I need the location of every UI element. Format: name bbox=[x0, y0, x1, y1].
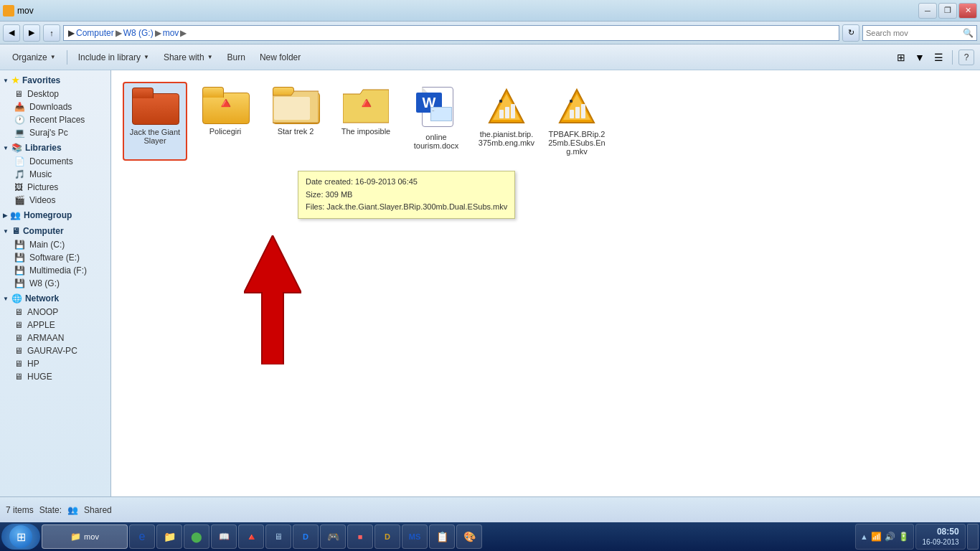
sidebar-item-gaurav[interactable]: 🖥 GAURAV-PC bbox=[0, 344, 110, 357]
details-view-button[interactable]: ☰ bbox=[930, 50, 946, 65]
large-icons-button[interactable]: ⊞ bbox=[893, 50, 909, 65]
sidebar-item-suraj[interactable]: 💻 Suraj's Pc bbox=[0, 126, 110, 139]
file-item-policegiri[interactable]: 🔺 Policegiri bbox=[193, 82, 258, 161]
view-arrow-button[interactable]: ▼ bbox=[912, 50, 928, 65]
up-button[interactable]: ↑ bbox=[43, 24, 60, 42]
libraries-header[interactable]: ▼ 📚 Libraries bbox=[0, 141, 110, 155]
refresh-button[interactable]: ↻ bbox=[842, 24, 859, 42]
back-button[interactable]: ◀ bbox=[3, 24, 20, 42]
paint-icon: 🎨 bbox=[463, 531, 476, 542]
pictures-label: Pictures bbox=[27, 182, 58, 192]
drive-f-label: Multimedia (F:) bbox=[29, 265, 87, 276]
ie-icon: e bbox=[139, 530, 146, 543]
taskbar-explorer[interactable]: 📁 mov bbox=[42, 524, 128, 549]
suraj-icon: 💻 bbox=[14, 128, 25, 138]
taskbar-calibre[interactable]: 📖 bbox=[211, 524, 237, 549]
burn-button[interactable]: Burn bbox=[221, 47, 252, 67]
sidebar-item-downloads[interactable]: 📥 Downloads bbox=[0, 100, 110, 113]
path-sep-1: ▶ bbox=[116, 28, 122, 38]
taskbar-app2[interactable]: ■ bbox=[347, 524, 373, 549]
close-button[interactable]: ✕ bbox=[958, 3, 977, 19]
restore-button[interactable]: ❐ bbox=[938, 3, 957, 19]
taskbar-app1[interactable]: 🎮 bbox=[320, 524, 346, 549]
network-section: ▼ 🌐 Network 🖥 ANOOP 🖥 APPLE 🖥 ARMAAN 🖥 G… bbox=[0, 291, 110, 383]
toolbar-separator-1 bbox=[67, 50, 67, 65]
sidebar-item-music[interactable]: 🎵 Music bbox=[0, 168, 110, 181]
path-folder[interactable]: mov bbox=[163, 28, 179, 38]
network-header[interactable]: ▼ 🌐 Network bbox=[0, 291, 110, 306]
taskbar-files[interactable]: 📁 bbox=[156, 524, 182, 549]
address-path[interactable]: ▶ Computer ▶ W8 (G:) ▶ mov ▶ bbox=[63, 25, 839, 41]
file-item-pianist[interactable]: the.pianist.brip.375mb.eng.mkv bbox=[474, 82, 539, 161]
organize-button[interactable]: Organize ▼ bbox=[6, 47, 62, 67]
show-desktop-button[interactable] bbox=[967, 524, 979, 550]
new-folder-button[interactable]: New folder bbox=[253, 47, 307, 67]
path-computer[interactable]: ▶ bbox=[68, 28, 75, 38]
sidebar-item-recent[interactable]: 🕐 Recent Places bbox=[0, 113, 110, 126]
tray-expand-icon[interactable]: ▲ bbox=[860, 532, 868, 541]
state-label: State: bbox=[39, 505, 62, 515]
favorites-star-icon: ★ bbox=[11, 75, 19, 85]
taskbar-dosbox[interactable]: D bbox=[374, 524, 400, 549]
recent-icon: 🕐 bbox=[14, 115, 25, 125]
favorites-expand-icon: ▼ bbox=[3, 77, 9, 84]
computer-header[interactable]: ▼ 🖥 Computer bbox=[0, 224, 110, 238]
downloads-label: Downloads bbox=[29, 102, 72, 112]
start-button[interactable]: ⊞ bbox=[1, 524, 40, 550]
forward-button[interactable]: ▶ bbox=[23, 24, 40, 42]
new-folder-label: New folder bbox=[260, 52, 301, 62]
sidebar-item-hp[interactable]: 🖥 HP bbox=[0, 357, 110, 370]
path-computer-label[interactable]: Computer bbox=[76, 28, 114, 38]
sidebar-item-drive-e[interactable]: 💾 Software (E:) bbox=[0, 251, 110, 264]
taskbar-rdp[interactable]: 🖥 bbox=[265, 524, 291, 549]
file-item-startrek[interactable]: Star trek 2 bbox=[263, 82, 328, 161]
computer-section: ▼ 🖥 Computer 💾 Main (C:) 💾 Software (E:)… bbox=[0, 224, 110, 290]
sidebar-item-pictures[interactable]: 🖼 Pictures bbox=[0, 181, 110, 194]
sidebar-item-videos[interactable]: 🎬 Videos bbox=[0, 194, 110, 207]
taskbar-chrome[interactable]: ⬤ bbox=[184, 524, 209, 549]
sidebar-item-documents[interactable]: 📄 Documents bbox=[0, 155, 110, 168]
favorites-header[interactable]: ▼ ★ Favorites bbox=[0, 73, 110, 88]
file-item-imposible[interactable]: 🔺 The imposible bbox=[334, 82, 398, 161]
svg-rect-10 bbox=[575, 107, 580, 118]
downloads-icon: 📥 bbox=[14, 102, 25, 112]
network-label: Network bbox=[25, 293, 59, 303]
devpp-icon: D bbox=[303, 532, 308, 541]
search-input[interactable] bbox=[866, 29, 960, 37]
share-with-button[interactable]: Share with ▼ bbox=[157, 47, 220, 67]
favorites-label: Favorites bbox=[22, 75, 60, 85]
ms-icon: MS bbox=[409, 532, 421, 541]
taskbar-ms[interactable]: MS bbox=[402, 524, 428, 549]
sidebar-item-armaan[interactable]: 🖥 ARMAAN bbox=[0, 331, 110, 344]
file-item-word[interactable]: W ~ online tourism.docx bbox=[404, 82, 468, 161]
file-item-jack[interactable]: Jack the Giant Slayer bbox=[123, 82, 187, 161]
sticky-icon: 📋 bbox=[436, 531, 448, 542]
homegroup-header[interactable]: ▶ 👥 Homegroup bbox=[0, 208, 110, 222]
sidebar-item-drive-c[interactable]: 💾 Main (C:) bbox=[0, 238, 110, 251]
help-button[interactable]: ? bbox=[958, 50, 974, 65]
huge-label: HUGE bbox=[27, 372, 52, 382]
taskbar-sticky[interactable]: 📋 bbox=[429, 524, 455, 549]
sidebar-item-desktop[interactable]: 🖥 Desktop bbox=[0, 88, 110, 100]
taskbar-ie[interactable]: e bbox=[129, 524, 155, 549]
sidebar-item-huge[interactable]: 🖥 HUGE bbox=[0, 370, 110, 383]
item-count: 7 items bbox=[6, 505, 34, 515]
clock-display[interactable]: 08:50 16-09-2013 bbox=[915, 524, 966, 550]
svg-marker-13 bbox=[244, 235, 301, 364]
toolbar-separator-2 bbox=[952, 50, 953, 65]
taskbar-paint[interactable]: 🎨 bbox=[456, 524, 482, 549]
sidebar-item-drive-g[interactable]: 💾 W8 (G:) bbox=[0, 277, 110, 290]
word-file-icon: W ~ bbox=[416, 87, 456, 130]
include-library-button[interactable]: Include in library ▼ bbox=[72, 47, 156, 67]
taskbar-devpp[interactable]: D bbox=[293, 524, 319, 549]
file-item-tpbafk[interactable]: TPBAFK.BRip.225mb.ESubs.Eng.mkv bbox=[545, 82, 609, 161]
taskbar-vlc[interactable]: 🔺 bbox=[238, 524, 264, 549]
search-icon: 🔍 bbox=[963, 28, 974, 38]
sidebar-item-anoop[interactable]: 🖥 ANOOP bbox=[0, 306, 110, 319]
burn-label: Burn bbox=[227, 52, 245, 62]
minimize-button[interactable]: ─ bbox=[918, 3, 937, 19]
sidebar-item-drive-f[interactable]: 💾 Multimedia (F:) bbox=[0, 264, 110, 277]
sidebar-item-apple[interactable]: 🖥 APPLE bbox=[0, 319, 110, 331]
path-drive[interactable]: W8 (G:) bbox=[123, 28, 154, 38]
organize-arrow: ▼ bbox=[50, 54, 56, 60]
